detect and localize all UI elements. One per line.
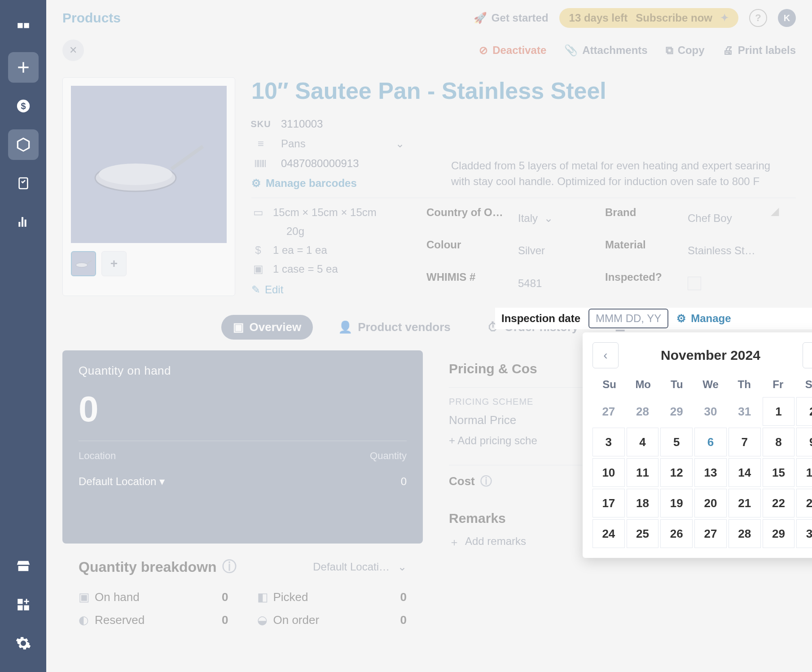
sidebar-store-icon[interactable] — [8, 551, 39, 581]
product-image[interactable] — [71, 86, 227, 243]
box-icon: ▣ — [233, 320, 244, 334]
datepicker-day[interactable]: 30 — [796, 519, 812, 548]
svg-text:$: $ — [21, 101, 26, 111]
datepicker-day[interactable]: 9 — [796, 428, 812, 456]
country-label: Country of O… — [426, 206, 512, 230]
svg-line-4 — [171, 146, 203, 169]
datepicker-day[interactable]: 13 — [694, 458, 727, 487]
sku-value: 3110003 — [281, 118, 323, 130]
sidebar-settings-icon[interactable] — [8, 628, 39, 659]
datepicker-day[interactable]: 29 — [763, 519, 795, 548]
avatar[interactable]: K — [778, 9, 796, 27]
datepicker-day[interactable]: 19 — [660, 489, 693, 517]
sidebar-logo-icon[interactable] — [8, 13, 39, 44]
datepicker-day[interactable]: 23 — [796, 489, 812, 517]
sidebar-add-icon[interactable] — [8, 52, 39, 83]
prev-month-button[interactable]: ‹ — [593, 342, 619, 368]
datepicker-grid: 2728293031123456789101112131415161718192… — [593, 397, 812, 548]
col-location: Location — [79, 450, 370, 462]
datepicker-day[interactable]: 26 — [660, 519, 693, 548]
datepicker-day-outside[interactable]: 31 — [729, 397, 761, 426]
datepicker-day[interactable]: 14 — [729, 458, 761, 487]
help-icon[interactable]: ⓘ — [480, 473, 492, 489]
breadcrumb[interactable]: Products — [62, 10, 121, 26]
trial-days: 13 days left — [569, 12, 628, 24]
conversion2: 1 case = 5 ea — [273, 263, 338, 275]
product-description[interactable]: Cladded from 5 layers of metal for even … — [451, 158, 779, 190]
datepicker-day[interactable]: 1 — [763, 397, 795, 426]
datepicker-day[interactable]: 2 — [796, 397, 812, 426]
datepicker-day[interactable]: 7 — [729, 428, 761, 456]
category-select[interactable]: Pans ⌄ — [281, 137, 404, 150]
datepicker-weekday: Sa — [795, 378, 812, 391]
copy-button[interactable]: ⧉ Copy — [666, 44, 705, 57]
manage-barcodes-label: Manage barcodes — [266, 177, 357, 190]
tab-vendors[interactable]: 👤 Product vendors — [326, 315, 462, 340]
thumbnail[interactable] — [71, 251, 96, 276]
deactivate-button[interactable]: ⊘ Deactivate — [479, 44, 546, 57]
datepicker-day[interactable]: 22 — [763, 489, 795, 517]
sidebar-reports-icon[interactable] — [8, 207, 39, 237]
attachments-button[interactable]: 📎 Attachments — [564, 44, 647, 57]
datepicker-day[interactable]: 15 — [763, 458, 795, 487]
datepicker-day-outside[interactable]: 27 — [593, 397, 625, 426]
datepicker-day[interactable]: 20 — [694, 489, 727, 517]
help-icon[interactable]: ? — [749, 9, 767, 27]
barcode-value: 0487080000913 — [281, 157, 359, 170]
add-image-button[interactable]: + — [101, 251, 127, 276]
datepicker-day[interactable]: 24 — [593, 519, 625, 548]
rocket-icon: 🚀 — [474, 12, 487, 24]
close-button[interactable]: ✕ — [62, 40, 84, 61]
edit-link[interactable]: ✎ Edit — [251, 283, 404, 296]
print-icon: 🖨 — [723, 44, 733, 57]
next-month-button[interactable]: › — [803, 342, 812, 368]
datepicker-day[interactable]: 17 — [593, 489, 625, 517]
get-started-link[interactable]: 🚀 Get started — [474, 12, 549, 24]
sidebar-products-icon[interactable] — [8, 129, 39, 160]
user-icon: 👤 — [338, 320, 352, 334]
datepicker-day[interactable]: 11 — [627, 458, 659, 487]
datepicker-weekday: Mo — [626, 378, 660, 391]
location-select[interactable]: Default Location ▾ — [79, 475, 401, 488]
datepicker-day[interactable]: 27 — [694, 519, 727, 548]
print-button[interactable]: 🖨 Print labels — [723, 44, 796, 57]
inspected-checkbox[interactable] — [688, 277, 701, 290]
manage-attributes-link[interactable]: ⚙ Manage — [676, 312, 731, 325]
add-remarks-label: Add remarks — [465, 535, 526, 549]
datepicker-day[interactable]: 4 — [627, 428, 659, 456]
image-card: + — [62, 77, 235, 296]
datepicker-day[interactable]: 18 — [627, 489, 659, 517]
datepicker-day[interactable]: 8 — [763, 428, 795, 456]
datepicker-day[interactable]: 16 — [796, 458, 812, 487]
sparkle-icon: ✦ — [720, 12, 729, 24]
country-select[interactable]: Italy⌄ — [518, 206, 599, 230]
datepicker-day[interactable]: 6 — [694, 428, 727, 456]
case-icon: ▣ — [251, 263, 265, 275]
datepicker-day[interactable]: 10 — [593, 458, 625, 487]
sidebar-apps-icon[interactable] — [8, 589, 39, 620]
gear-icon: ⚙ — [251, 177, 261, 190]
inspection-date-input[interactable]: MMM DD, YY — [588, 309, 668, 328]
resize-handle-icon[interactable]: ◢ — [771, 203, 779, 219]
svg-line-6 — [87, 261, 92, 264]
onorder-value: 0 — [375, 613, 407, 627]
help-icon[interactable]: ⓘ — [222, 557, 237, 577]
datepicker-day[interactable]: 21 — [729, 489, 761, 517]
datepicker-day-outside[interactable]: 29 — [660, 397, 693, 426]
sidebar-clipboard-icon[interactable] — [8, 168, 39, 199]
description-text: Cladded from 5 layers of metal for even … — [451, 159, 770, 187]
tab-overview[interactable]: ▣ Overview — [221, 315, 313, 340]
datepicker-day[interactable]: 25 — [627, 519, 659, 548]
breakdown-location-select[interactable]: Default Locati… ⌄ — [313, 561, 407, 573]
sidebar-cash-icon[interactable]: $ — [8, 91, 39, 121]
datepicker-day[interactable]: 28 — [729, 519, 761, 548]
datepicker-day[interactable]: 5 — [660, 428, 693, 456]
datepicker-day-outside[interactable]: 28 — [627, 397, 659, 426]
datepicker-day[interactable]: 3 — [593, 428, 625, 456]
trial-pill[interactable]: 13 days left Subscribe now ✦ — [559, 8, 738, 28]
print-label: Print labels — [738, 44, 796, 57]
manage-barcodes-link[interactable]: ⚙ Manage barcodes — [251, 177, 357, 190]
datepicker-weekday: Th — [728, 378, 761, 391]
datepicker-day[interactable]: 12 — [660, 458, 693, 487]
datepicker-day-outside[interactable]: 30 — [694, 397, 727, 426]
